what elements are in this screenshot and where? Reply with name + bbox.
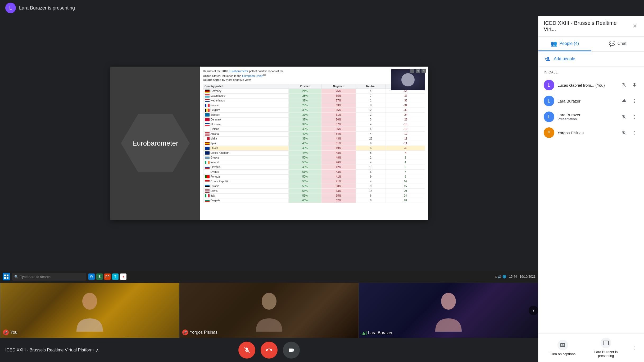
eu-link[interactable]: European Union xyxy=(242,74,263,77)
mic-button-lara1[interactable] xyxy=(620,97,628,105)
tab-chat[interactable]: 💬 Chat xyxy=(591,37,644,51)
flag-mt xyxy=(205,137,210,140)
flag-nl xyxy=(205,99,210,102)
flag-be xyxy=(205,109,210,112)
table-row: Latvia xyxy=(203,189,289,193)
more-button-lara2[interactable]: ⋮ xyxy=(630,113,639,121)
captions-item[interactable]: Turn on captions xyxy=(544,340,582,356)
add-person-icon xyxy=(544,55,551,63)
tab-people[interactable]: 👥 People (4) xyxy=(538,37,591,51)
hangup-button[interactable] xyxy=(261,342,278,359)
next-participant-arrow[interactable]: › xyxy=(529,306,538,315)
mute-button[interactable] xyxy=(238,342,255,359)
taskbar: 🔍 Type here to search W E PP T ● ⌂ 🔊 🌐 1… xyxy=(0,271,538,283)
close-button[interactable]: ✕ xyxy=(421,69,426,73)
more-button-yorgos[interactable]: ⋮ xyxy=(630,128,639,137)
meeting-title-text: ICED XXIII - Brussels Realtime Virtual P… xyxy=(5,348,94,352)
mic-bars-lara xyxy=(362,331,366,335)
participant-name-badge-you: 🎤 You xyxy=(3,329,17,335)
add-people-button[interactable]: Add people xyxy=(538,52,644,67)
taskbar-icon-1[interactable]: W xyxy=(88,273,95,280)
in-call-label: IN CALL xyxy=(544,70,558,74)
sidebar: ICED XXIII - Brussels Realtime Virt... ✕… xyxy=(538,16,644,362)
subtitle-lara2: Presentation xyxy=(557,117,616,121)
flag-eu xyxy=(205,147,210,150)
participant-bg-you xyxy=(0,283,179,338)
people-tab-icon: 👥 xyxy=(551,40,557,47)
svg-rect-10 xyxy=(624,99,625,102)
table-row: EU-28 xyxy=(203,146,289,151)
flag-gb xyxy=(205,151,210,155)
mic-button-lara2[interactable] xyxy=(620,113,628,121)
sidebar-title: ICED XXIII - Brussels Realtime Virt... xyxy=(544,20,630,32)
sidebar-tabs: 👥 People (4) 💬 Chat xyxy=(538,37,644,52)
data-table: Country polled Positive Negative Neutral… xyxy=(203,84,425,203)
info-lara1: Lara Burazer xyxy=(557,99,616,103)
table-row: Slovenia xyxy=(203,122,289,127)
table-row: Portugal xyxy=(203,174,289,179)
svg-rect-1 xyxy=(7,275,8,276)
more-button-lara1[interactable]: ⋮ xyxy=(630,97,639,105)
sidebar-header: ICED XXIII - Brussels Realtime Virt... ✕ xyxy=(538,16,644,37)
mic-bar-4 xyxy=(366,331,366,335)
mic-button-lucas[interactable] xyxy=(620,81,628,89)
search-icon: 🔍 xyxy=(14,275,19,279)
participant-name-lara: Lara Burazer xyxy=(368,331,393,335)
participant-item-yorgos: Y Yorgos Pisinas ⋮ xyxy=(538,125,644,141)
table-row: Austria xyxy=(203,132,289,136)
video-area: ─ □ ✕ Eurobarometer Results of the 2018 … xyxy=(0,16,538,362)
presenting-item[interactable]: Lara Burazer is presenting xyxy=(587,338,625,358)
svg-point-6 xyxy=(441,293,456,310)
table-row: Luxembourg xyxy=(203,94,289,98)
presenting-label: Lara Burazer is presenting xyxy=(587,350,625,358)
table-row: Italy xyxy=(203,193,289,198)
taskbar-search-box[interactable]: 🔍 Type here to search xyxy=(12,273,86,281)
search-placeholder: Type here to search xyxy=(20,275,51,279)
taskbar-start-button[interactable] xyxy=(3,273,10,280)
taskbar-icon-chrome[interactable]: ● xyxy=(120,273,126,280)
captions-label: Turn on captions xyxy=(550,352,575,356)
table-row: Greece xyxy=(203,155,289,160)
taskbar-date: 19/10/2021 xyxy=(520,275,536,279)
name-lara1: Lara Burazer xyxy=(557,99,616,103)
participant-name-badge-lara: Lara Burazer xyxy=(362,331,393,335)
window-controls: ─ □ ✕ xyxy=(410,69,426,73)
eurobarometer-link[interactable]: Eurobarometer xyxy=(229,69,248,73)
flag-it xyxy=(205,194,210,197)
table-row: Ireland xyxy=(203,160,289,165)
flag-pt xyxy=(205,175,210,178)
table-row: Belgium xyxy=(203,108,289,113)
taskbar-icon-2[interactable]: E xyxy=(96,273,103,280)
taskbar-icon-3[interactable]: PP xyxy=(104,273,111,280)
flag-es xyxy=(205,142,210,145)
sidebar-close-button[interactable]: ✕ xyxy=(630,22,639,30)
presenting-icon xyxy=(601,338,611,348)
table-row: Bulgaria xyxy=(203,198,289,203)
table-row: Czech Republic xyxy=(203,179,289,184)
mic-button-yorgos[interactable] xyxy=(620,128,628,137)
mic-off-icon-lara2 xyxy=(622,114,626,119)
table-row: Denmark xyxy=(203,117,289,122)
present-icon xyxy=(603,340,609,346)
flag-de xyxy=(205,90,210,93)
expand-icon[interactable]: ∧ xyxy=(96,348,99,353)
mic-bar-1 xyxy=(362,333,362,335)
flag-gr xyxy=(205,156,210,159)
actions-lara1: ⋮ xyxy=(620,97,639,105)
video-icon xyxy=(288,347,294,353)
flag-sk xyxy=(205,166,210,169)
in-call-section: IN CALL xyxy=(538,67,644,76)
flag-si xyxy=(205,123,210,126)
maximize-button[interactable]: □ xyxy=(416,69,420,73)
flag-se xyxy=(205,113,210,117)
table-row: Finland xyxy=(203,127,289,132)
svg-point-5 xyxy=(262,293,276,310)
actions-yorgos: ⋮ xyxy=(620,128,639,137)
table-row: Malta xyxy=(203,136,289,141)
captions-icon xyxy=(557,340,568,350)
taskbar-icon-4[interactable]: T xyxy=(112,273,119,280)
sidebar-more-button[interactable]: ⋮ xyxy=(630,344,639,352)
video-button[interactable] xyxy=(283,342,300,359)
pin-button-lucas[interactable] xyxy=(630,81,639,89)
minimize-button[interactable]: ─ xyxy=(410,69,414,73)
